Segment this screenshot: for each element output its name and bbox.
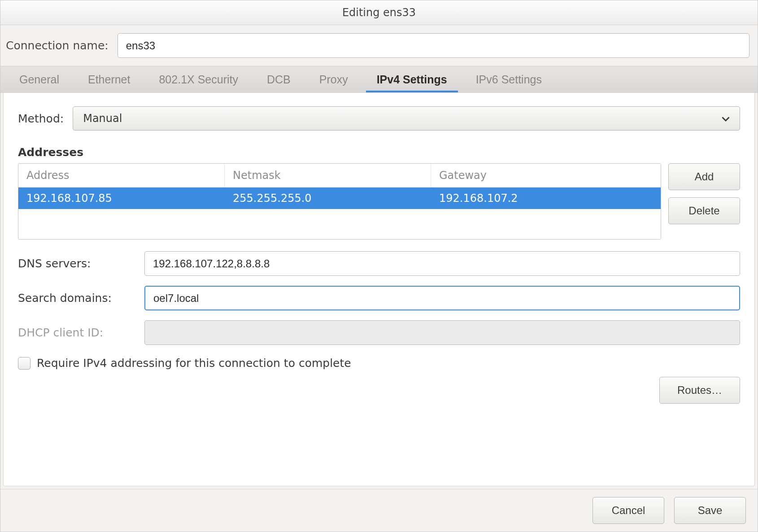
search-domains-row: Search domains: [18,286,740,310]
connection-name-row: Connection name: [0,25,758,66]
addresses-empty-area[interactable] [18,209,661,239]
col-header-address[interactable]: Address [18,164,225,187]
addresses-heading: Addresses [18,146,740,159]
tab-8021x-security[interactable]: 802.1X Security [144,66,253,92]
addresses-table[interactable]: Address Netmask Gateway 192.168.107.85 2… [18,163,661,240]
dns-servers-input[interactable] [144,251,740,276]
tab-dcb-label: DCB [267,73,291,86]
method-value: Manual [83,112,122,125]
require-ipv4-label: Require IPv4 addressing for this connect… [37,357,351,370]
dhcp-client-id-row: DHCP client ID: [18,320,740,345]
search-domains-input[interactable] [144,286,740,310]
tab-general[interactable]: General [5,66,74,92]
cancel-button[interactable]: Cancel [592,497,664,524]
dhcp-client-id-input [144,320,740,345]
dns-servers-row: DNS servers: [18,251,740,276]
addresses-header-row: Address Netmask Gateway [18,164,661,188]
tab-ipv4-label: IPv4 Settings [377,73,447,86]
dns-servers-label: DNS servers: [18,257,135,270]
save-button[interactable]: Save [674,497,746,524]
window-title-text: Editing ens33 [342,6,416,19]
addresses-block: Address Netmask Gateway 192.168.107.85 2… [18,163,740,240]
network-editor-window: Editing ens33 Connection name: General E… [0,0,758,532]
chevron-down-icon [722,112,730,125]
method-row: Method: Manual [18,106,740,131]
method-dropdown[interactable]: Manual [73,106,740,131]
window-title: Editing ens33 [0,0,758,25]
require-ipv4-checkbox[interactable] [18,357,30,370]
tab-8021x-label: 802.1X Security [159,73,238,86]
tab-ethernet[interactable]: Ethernet [74,66,145,92]
tab-general-label: General [19,73,59,86]
cell-gateway[interactable]: 192.168.107.2 [431,188,661,209]
require-ipv4-row: Require IPv4 addressing for this connect… [18,357,740,370]
routes-row: Routes… [18,377,740,404]
tab-ipv4-settings[interactable]: IPv4 Settings [362,66,462,92]
tab-bar: General Ethernet 802.1X Security DCB Pro… [0,66,758,93]
col-header-gateway[interactable]: Gateway [431,164,661,187]
addresses-buttons: Add Delete [668,163,740,240]
add-button[interactable]: Add [668,163,740,190]
dhcp-client-id-label: DHCP client ID: [18,326,135,339]
ipv4-settings-panel: Method: Manual Addresses Address Netmask… [3,93,755,486]
tab-dcb[interactable]: DCB [253,66,305,92]
connection-name-label: Connection name: [6,39,109,52]
col-header-netmask[interactable]: Netmask [225,164,431,187]
method-label: Method: [18,112,64,125]
cell-netmask[interactable]: 255.255.255.0 [225,188,431,209]
dialog-footer: Cancel Save [0,489,758,532]
connection-name-input[interactable] [118,33,749,58]
routes-button[interactable]: Routes… [659,377,740,404]
tab-ipv6-settings[interactable]: IPv6 Settings [462,66,556,92]
table-row[interactable]: 192.168.107.85 255.255.255.0 192.168.107… [18,188,661,209]
tab-ethernet-label: Ethernet [88,73,131,86]
cell-address[interactable]: 192.168.107.85 [18,188,225,209]
tab-proxy-label: Proxy [319,73,348,86]
tab-proxy[interactable]: Proxy [305,66,362,92]
search-domains-label: Search domains: [18,292,135,305]
content-spacer [18,404,740,477]
tab-ipv6-label: IPv6 Settings [476,73,542,86]
delete-button[interactable]: Delete [668,197,740,224]
